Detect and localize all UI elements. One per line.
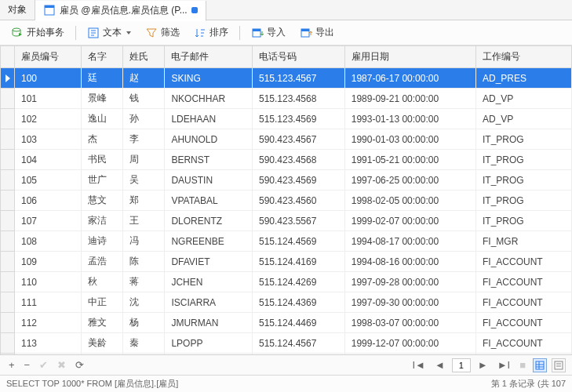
table-row[interactable]: 101景峰钱NKOCHHAR515.123.45681989-09-21 00:…	[1, 89, 572, 109]
cell[interactable]: 吴	[123, 170, 165, 191]
begin-transaction-button[interactable]: 开始事务	[6, 24, 69, 42]
cell[interactable]: 景峰	[81, 89, 122, 109]
cell[interactable]: 1997-09-28 00:00:00	[344, 272, 475, 292]
cell[interactable]: FI_ACCOUNT	[475, 272, 571, 292]
cell[interactable]: IT_PROG	[475, 170, 571, 191]
cell[interactable]: IT_PROG	[475, 150, 571, 170]
cell[interactable]: 1998-02-05 00:00:00	[344, 191, 475, 211]
table-row[interactable]: 108迪诗冯NGREENBE515.124.45691994-08-17 00:…	[1, 231, 572, 252]
cell[interactable]: 书民	[81, 150, 122, 170]
cell[interactable]: 蒋	[123, 272, 165, 292]
cell[interactable]: SKING	[165, 68, 253, 89]
export-button[interactable]: 导出	[295, 24, 339, 42]
column-header[interactable]: 名字	[81, 46, 122, 68]
cell[interactable]: 1997-09-30 00:00:00	[344, 292, 475, 313]
cell[interactable]: IT_PROG	[475, 211, 571, 231]
column-header[interactable]: 电子邮件	[165, 46, 253, 68]
cell[interactable]: 钱	[123, 89, 165, 109]
cell[interactable]: AD_VP	[475, 89, 571, 109]
cell[interactable]: 515.123.4568	[252, 89, 344, 109]
cell[interactable]: FI_ACCOUNT	[475, 252, 571, 272]
cell[interactable]: NKOCHHAR	[165, 89, 253, 109]
cell[interactable]: 103	[15, 129, 82, 150]
cell[interactable]: NGREENBE	[165, 231, 253, 252]
cell[interactable]: AHUNOLD	[165, 129, 253, 150]
stop-button[interactable]: ■	[517, 359, 528, 371]
cell[interactable]: 515.123.4567	[252, 68, 344, 89]
cell[interactable]: 590.423.4568	[252, 150, 344, 170]
cell[interactable]: 1994-08-16 00:00:00	[344, 252, 475, 272]
cell[interactable]: LPOPP	[165, 333, 253, 354]
data-grid[interactable]: 雇员编号名字姓氏电子邮件电话号码雇用日期工作编号 100廷赵SKING515.1…	[0, 45, 572, 354]
cell[interactable]: JMURMAN	[165, 313, 253, 333]
cell[interactable]: 111	[15, 292, 82, 313]
cell[interactable]: 美龄	[81, 333, 122, 354]
cell[interactable]: 101	[15, 89, 82, 109]
cell[interactable]: 秦	[123, 333, 165, 354]
cell[interactable]: 勤	[81, 354, 122, 355]
row-gutter[interactable]	[1, 89, 15, 109]
refresh-button[interactable]: ⟳	[73, 359, 86, 371]
cell[interactable]: 112	[15, 313, 82, 333]
cell[interactable]: 108	[15, 231, 82, 252]
text-button[interactable]: 文本	[82, 24, 136, 42]
last-page-button[interactable]: ►I	[495, 359, 512, 371]
row-gutter[interactable]	[1, 109, 15, 129]
cell[interactable]: 1993-01-13 00:00:00	[344, 109, 475, 129]
cell[interactable]: 杨	[123, 313, 165, 333]
cell[interactable]: VPATABAL	[165, 191, 253, 211]
grid-view-button[interactable]	[533, 358, 547, 372]
cell[interactable]: LDEHAAN	[165, 109, 253, 129]
row-gutter[interactable]	[1, 231, 15, 252]
cell[interactable]: BERNST	[165, 150, 253, 170]
cell[interactable]: 114	[15, 354, 82, 355]
cell[interactable]: 515.124.4369	[252, 292, 344, 313]
tab-employee[interactable]: 雇员 @雇员信息.雇员信息 (P...	[35, 1, 206, 21]
cell[interactable]: 陈	[123, 252, 165, 272]
cell[interactable]: DLORENTZ	[165, 211, 253, 231]
cell[interactable]: 110	[15, 272, 82, 292]
cell[interactable]: 107	[15, 211, 82, 231]
cell[interactable]: FI_MGR	[475, 231, 571, 252]
cell[interactable]: FI_ACCOUNT	[475, 292, 571, 313]
first-page-button[interactable]: I◄	[410, 359, 427, 371]
table-row[interactable]: 109孟浩陈DFAVIET515.124.41691994-08-16 00:0…	[1, 252, 572, 272]
table-row[interactable]: 110秋蒋JCHEN515.124.42691997-09-28 00:00:0…	[1, 272, 572, 292]
cancel-button[interactable]: ✖	[55, 359, 68, 371]
cell[interactable]: 廷	[81, 68, 122, 89]
cell[interactable]: 590.423.4569	[252, 170, 344, 191]
table-row[interactable]: 100廷赵SKING515.123.45671987-06-17 00:00:0…	[1, 68, 572, 89]
row-header-corner[interactable]	[1, 46, 15, 68]
cell[interactable]: 杰	[81, 129, 122, 150]
tab-object[interactable]: 对象	[0, 0, 35, 20]
row-gutter[interactable]	[1, 333, 15, 354]
cell[interactable]: AD_VP	[475, 109, 571, 129]
table-row[interactable]: 111中正沈ISCIARRA515.124.43691997-09-30 00:…	[1, 292, 572, 313]
sort-button[interactable]: 排序	[189, 24, 233, 42]
row-gutter[interactable]	[1, 170, 15, 191]
cell[interactable]: IT_PROG	[475, 191, 571, 211]
cell[interactable]: 孙	[123, 109, 165, 129]
table-row[interactable]: 102逸山孙LDEHAAN515.123.45691993-01-13 00:0…	[1, 109, 572, 129]
cell[interactable]: 106	[15, 191, 82, 211]
delete-row-button[interactable]: −	[22, 359, 33, 371]
cell[interactable]: 1997-06-25 00:00:00	[344, 170, 475, 191]
cell[interactable]: 逸山	[81, 109, 122, 129]
cell[interactable]: JCHEN	[165, 272, 253, 292]
import-button[interactable]: 导入	[246, 24, 290, 42]
cell[interactable]: 102	[15, 109, 82, 129]
table-row[interactable]: 105世广吴DAUSTIN590.423.45691997-06-25 00:0…	[1, 170, 572, 191]
cell[interactable]: 515.127.4561	[252, 354, 344, 355]
form-view-button[interactable]	[552, 358, 566, 372]
cell[interactable]: 1990-01-03 00:00:00	[344, 129, 475, 150]
cell[interactable]: 中正	[81, 292, 122, 313]
cell[interactable]: 赵	[123, 68, 165, 89]
cell[interactable]: FI_ACCOUNT	[475, 333, 571, 354]
cell[interactable]: 590.423.4567	[252, 129, 344, 150]
cell[interactable]: 590.423.5567	[252, 211, 344, 231]
cell[interactable]: 515.124.4269	[252, 272, 344, 292]
next-page-button[interactable]: ►	[475, 359, 490, 371]
cell[interactable]: PU_MAN	[475, 354, 571, 355]
cell[interactable]: 113	[15, 333, 82, 354]
cell[interactable]: ISCIARRA	[165, 292, 253, 313]
